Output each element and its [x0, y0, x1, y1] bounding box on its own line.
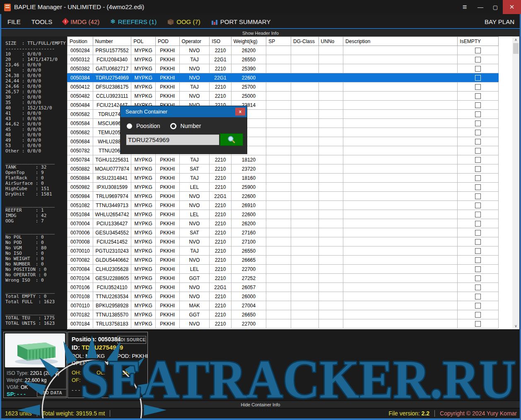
table-row[interactable]: 0070104GESU2288605MYPKGPKKHIGGT221027252 — [68, 274, 512, 283]
isempty-checkbox[interactable] — [475, 48, 481, 53]
menu-port-summary[interactable]: PORT SUMMARY — [211, 18, 271, 25]
isempty-checkbox[interactable] — [475, 312, 481, 318]
table-row[interactable]: 0070108TTNU2263534MYPKGPKKHINVO221026000 — [68, 292, 512, 301]
isempty-checkbox[interactable] — [475, 303, 481, 309]
isempty-checkbox[interactable] — [475, 285, 481, 290]
isempty-checkbox[interactable] — [475, 230, 481, 236]
table-cell — [458, 73, 499, 82]
table-row[interactable]: 0070004PCIU1336427MYPKGPKKHINVO221026200 — [68, 219, 512, 228]
isempty-checkbox[interactable] — [475, 57, 481, 63]
column-header[interactable]: POL — [131, 37, 156, 46]
isempty-checkbox[interactable] — [475, 184, 481, 190]
isempty-checkbox[interactable] — [475, 130, 481, 135]
column-header[interactable]: POD — [155, 37, 179, 46]
position-radio-label[interactable]: Poosition — [136, 123, 160, 129]
table-row[interactable]: 0050284PRSU1577552MYPKGPKKHINVO221026200 — [68, 46, 512, 55]
sidebar-line: TANK : 32 — [5, 164, 67, 170]
isempty-checkbox[interactable] — [475, 321, 481, 327]
dialog-title-bar[interactable]: Search Container — [121, 106, 247, 117]
isempty-checkbox[interactable] — [475, 266, 481, 272]
table-row[interactable]: 0070010PGTU2310243MYPKGPKKHITAJ221026550 — [68, 246, 512, 256]
isempty-checkbox[interactable] — [475, 193, 481, 199]
table-row[interactable]: 0050382GATU0682717MYPKGPKKHINVO221025390 — [68, 64, 512, 73]
number-radio[interactable] — [170, 123, 176, 129]
isempty-checkbox[interactable] — [475, 93, 481, 99]
iso-data-button[interactable]: ISO DATA — [37, 389, 67, 397]
isempty-checkbox[interactable] — [475, 212, 481, 217]
menu-imdg[interactable]: ! IMDG (42) — [63, 18, 99, 25]
menu-reefers[interactable]: ❄ REEFERS (1) — [110, 18, 157, 25]
column-header[interactable]: Weight(kg) — [231, 37, 266, 46]
isempty-checkbox[interactable] — [475, 275, 481, 281]
column-header[interactable]: ISO — [210, 37, 231, 46]
isempty-checkbox[interactable] — [475, 102, 481, 108]
isempty-checkbox[interactable] — [475, 139, 481, 145]
isempty-checkbox[interactable] — [475, 111, 481, 117]
dialog-close-button[interactable]: x — [235, 108, 245, 116]
close-button[interactable]: ✕ — [503, 0, 521, 14]
isempty-checkbox[interactable] — [475, 84, 481, 90]
column-header[interactable]: SP — [266, 37, 291, 46]
edi-source-button[interactable]: EDI SOURCE — [117, 336, 146, 344]
table-cell — [291, 256, 319, 265]
column-header[interactable]: Operator — [179, 37, 210, 46]
table-row[interactable]: 0070008FCIU2541452MYPKGPKKHINVO221027100 — [68, 237, 512, 246]
menu-file[interactable]: FILE — [7, 18, 21, 25]
hide-container-info-bar[interactable]: Hide Container Info — [0, 401, 521, 408]
table-row[interactable]: 0070106FCIU3524110MYPKGPKKHINVO22G126057 — [68, 283, 512, 292]
minimize-button[interactable]: — — [473, 0, 488, 14]
table-row[interactable]: 0050882MOAU0777874MYPKGPKKHISAT221023720 — [68, 164, 512, 174]
isempty-checkbox[interactable] — [475, 221, 481, 227]
hamburger-menu-icon[interactable]: ≡ — [457, 0, 472, 14]
table-row[interactable]: 0070006GESU3454552MYPKGPKKHISAT221027160 — [68, 228, 512, 237]
isempty-checkbox[interactable] — [475, 294, 481, 299]
isempty-checkbox[interactable] — [475, 157, 481, 163]
title-bar[interactable]: BAPLIE Manager - UNLIMITED - (4wmo22.edi… — [0, 0, 521, 15]
table-row[interactable]: 0050482CCLU3923111MYPKGPKKHINVO221025000 — [68, 92, 512, 101]
isempty-checkbox[interactable] — [475, 121, 481, 126]
table-row[interactable]: 0070184TRLU3758183MYPKGPKKHINVO221022700 — [68, 319, 512, 328]
show-header-info-bar[interactable]: Show Header Info — [0, 29, 521, 36]
table-row[interactable]: 0070084CLHU2305628MYPKGPKKHILEL221022700 — [68, 265, 512, 274]
table-row[interactable]: 0051084WHLU2654742MYPKGPKKHILEL221022600 — [68, 210, 512, 219]
isempty-checkbox[interactable] — [475, 75, 481, 81]
table-cell: MYPKG — [131, 73, 156, 82]
table-row[interactable]: 0050412DFSU2386175MYPKGPKKHITAJ221025700 — [68, 82, 512, 92]
maximize-button[interactable]: ▢ — [488, 0, 503, 14]
table-row[interactable]: 0050784TGHU1225631MYPKGPKKHITAJ221018120 — [68, 155, 512, 164]
table-row[interactable]: 0070110BPKU2958928MYPKGPKKHIMAK221027004 — [68, 301, 512, 310]
scroll-up-icon[interactable]: ∧ — [512, 36, 519, 43]
vertical-scrollbar[interactable]: ∧ ∨ — [512, 36, 519, 329]
column-header[interactable]: Description — [343, 37, 458, 46]
table-row[interactable]: 0050884IKSU2314841MYPKGPKKHITAJ221018160 — [68, 174, 512, 183]
search-button[interactable] — [220, 133, 243, 146]
table-row[interactable]: 0070082GLDU5440662MYPKGPKKHINVO221026665 — [68, 256, 512, 265]
column-header[interactable]: Number — [93, 37, 131, 46]
table-row[interactable]: 0051082TTNU3449713MYPKGPKKHINVO221026910 — [68, 201, 512, 210]
position-radio[interactable] — [127, 123, 132, 129]
number-radio-label[interactable]: Number — [181, 123, 201, 129]
isempty-checkbox[interactable] — [475, 257, 481, 263]
table-row[interactable]: 0050312FCIU2084340MYPKGPKKHITAJ22G126550 — [68, 55, 512, 64]
isempty-checkbox[interactable] — [475, 166, 481, 172]
isempty-checkbox[interactable] — [475, 148, 481, 154]
scrollbar-thumb[interactable] — [513, 43, 519, 54]
column-header[interactable]: UNNo — [318, 37, 343, 46]
table-row[interactable]: 0070182TTNU1385570MYPKGPKKHIGGT221026650 — [68, 310, 512, 319]
isempty-checkbox[interactable] — [475, 248, 481, 254]
isempty-checkbox[interactable] — [475, 175, 481, 181]
menu-tools[interactable]: TOOLS — [31, 18, 53, 25]
column-header[interactable]: Position — [68, 37, 93, 46]
isempty-checkbox[interactable] — [475, 66, 481, 72]
table-row[interactable]: 0050984TRLU9697974MYPKGPKKHINVO22G122600 — [68, 192, 512, 201]
menu-bay-plan[interactable]: BAY PLAN — [485, 18, 514, 25]
table-row[interactable]: 0050384TDRU2754969MYPKGPKKHINVO22G122600 — [68, 73, 512, 82]
isempty-checkbox[interactable] — [475, 203, 481, 208]
isempty-checkbox[interactable] — [475, 239, 481, 245]
table-row[interactable]: 0050982IPXU3081599MYPKGPKKHILEL221025900 — [68, 183, 512, 192]
search-input[interactable] — [126, 134, 219, 145]
scroll-down-icon[interactable]: ∨ — [512, 323, 519, 329]
menu-oog[interactable]: OOG (7) — [167, 18, 200, 25]
column-header[interactable]: DG-Class — [291, 37, 319, 46]
column-header[interactable]: IsEMPTY — [458, 37, 499, 46]
